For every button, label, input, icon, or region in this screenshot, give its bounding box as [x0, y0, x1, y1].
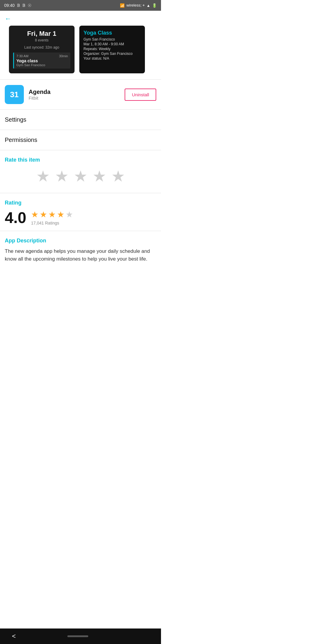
settings-label: Settings [5, 116, 26, 123]
status-time: 09:40 [4, 3, 15, 8]
bottom-spacer [0, 269, 161, 287]
rating-score: 4.0 [5, 210, 26, 225]
rate-star-2[interactable]: ★ [55, 168, 69, 184]
rate-section: Rate this item ★ ★ ★ ★ ★ [0, 150, 161, 193]
app-icon-inner: 31 [5, 85, 24, 104]
rating-label: Rating [5, 200, 156, 206]
preview-card-1: Fri, Mar 1 8 events Last synced: 32m ago… [9, 26, 75, 73]
ratings-count: 17,041 Ratings [31, 221, 73, 225]
card2-line4: Organizer: Gym San Francisco [83, 52, 141, 56]
empty-star-5: ★ [66, 210, 73, 219]
rating-row: 4.0 ★ ★ ★ ★ ★ 17,041 Ratings [5, 210, 156, 225]
status-left: 09:40 𝔹 𝔹 ☉ [4, 3, 32, 8]
uninstall-button[interactable]: Uninstall [125, 89, 156, 101]
card1-event-duration: 30min [59, 54, 68, 58]
card2-line3: Repeats: Weekly [83, 47, 141, 51]
app-icon-number: 31 [10, 90, 19, 99]
preview-card-2: Yoga Class Gym San Francisco Mar 1, 8:30… [79, 26, 145, 73]
vibrate-icon: 📶 [120, 3, 125, 8]
status-right: 📶 wireless; ⌖ ▲ 🔋 [120, 3, 157, 8]
wifi-icon: wireless; ⌖ [126, 3, 145, 8]
card2-line5: Your status: N/A [83, 56, 141, 61]
status-icon-p2: 𝔹 [22, 3, 25, 8]
rate-star-3[interactable]: ★ [74, 168, 88, 184]
signal-icon: ▲ [146, 3, 150, 8]
app-icon: 31 [5, 85, 24, 104]
permissions-label: Permissions [5, 137, 37, 143]
app-info-row: 31 Agenda Fitbit Uninstall [0, 80, 161, 109]
rating-details: ★ ★ ★ ★ ★ 17,041 Ratings [31, 210, 73, 225]
permissions-menu-item[interactable]: Permissions [0, 130, 161, 150]
app-desc-label: App Description [5, 238, 156, 244]
card1-event-loc: Gym San Francisco [16, 63, 68, 67]
filled-star-4: ★ [57, 210, 64, 219]
card1-title: Fri, Mar 1 [13, 30, 70, 38]
rate-star-4[interactable]: ★ [92, 168, 106, 184]
rate-star-1[interactable]: ★ [36, 168, 50, 184]
card1-sub1: 8 events [13, 38, 70, 42]
rate-section-label: Rate this item [5, 157, 156, 163]
card1-event-time: 7:30 AM [16, 54, 28, 58]
battery-icon: 🔋 [152, 3, 157, 8]
filled-star-1: ★ [31, 210, 38, 219]
card1-sub2: Last synced: 32m ago [13, 45, 70, 49]
card2-title: Yoga Class [83, 30, 141, 36]
back-button-row: ← [0, 11, 161, 26]
app-name: Agenda [29, 89, 120, 95]
filled-star-2: ★ [40, 210, 47, 219]
card2-line1: Gym San Francisco [83, 37, 141, 41]
status-icon-circle: ☉ [28, 3, 32, 8]
status-icon-p1: 𝔹 [17, 3, 20, 8]
filled-star-3: ★ [48, 210, 56, 219]
card1-time-row: 7:30 AM 30min [16, 54, 68, 58]
settings-menu-item[interactable]: Settings [0, 110, 161, 130]
stars-row: ★ ★ ★ ★ ★ [5, 168, 156, 184]
app-developer: Fitbit [29, 95, 120, 100]
rate-star-5[interactable]: ★ [111, 168, 125, 184]
preview-row: Fri, Mar 1 8 events Last synced: 32m ago… [0, 26, 161, 79]
app-desc-text: The new agenda app helps you manage your… [5, 247, 156, 263]
back-button[interactable]: ← [5, 15, 11, 23]
app-name-col: Agenda Fitbit [29, 89, 120, 100]
card1-event-title: Yoga class [16, 58, 68, 63]
filled-stars-row: ★ ★ ★ ★ ★ [31, 210, 73, 219]
card1-event: 7:30 AM 30min Yoga class Gym San Francis… [13, 52, 70, 69]
card2-line2: Mar 1, 8:30 AM - 9:00 AM [83, 42, 141, 46]
app-desc-section: App Description The new agenda app helps… [0, 231, 161, 269]
status-bar: 09:40 𝔹 𝔹 ☉ 📶 wireless; ⌖ ▲ 🔋 [0, 0, 161, 11]
rating-section: Rating 4.0 ★ ★ ★ ★ ★ 17,041 Ratings [0, 193, 161, 231]
